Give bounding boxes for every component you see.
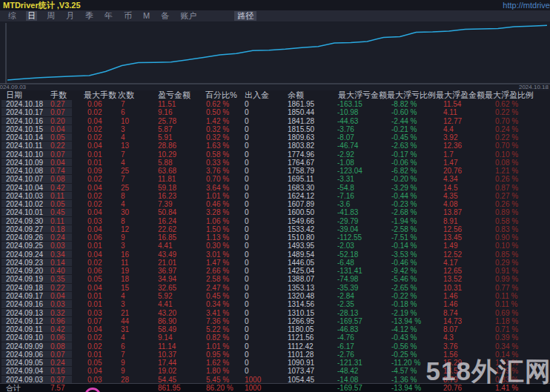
cell-profit: 5.88 bbox=[158, 159, 172, 167]
cell-in-out: 0 bbox=[245, 225, 249, 233]
cell-max-float-profit-pct: 0.11 % bbox=[495, 300, 517, 308]
table-row[interactable]: 2024.10.150.040.0235.870.32 %01815.50-3.… bbox=[0, 125, 550, 133]
table-row[interactable]: 2024.10.140.050.0245.910.32 %01809.63-8.… bbox=[0, 133, 550, 142]
cell-profit: 10.37 bbox=[158, 351, 176, 359]
cell-max-float-profit-pct: 0.11 % bbox=[495, 292, 517, 300]
cell-in-out: 0 bbox=[245, 242, 249, 250]
table-row[interactable]: 2024.09.300.110.03816.241.06 %01549.66-2… bbox=[0, 217, 550, 225]
cell-percent: 3.28 % bbox=[206, 208, 229, 216]
cell-max-float-loss-pct: -11.20 % bbox=[391, 359, 420, 367]
cell-max-float-profit: 4.35 bbox=[443, 192, 457, 200]
menu-item-1[interactable]: 日 bbox=[26, 11, 37, 21]
table-row[interactable]: 2024.10.030.110.02816.231.01 %01624.12-7… bbox=[0, 192, 550, 200]
cell-max-float-profit-pct: 0.26 % bbox=[495, 200, 518, 208]
cell-max-lots: 0.02 bbox=[87, 175, 102, 183]
cell-in-out: 0 bbox=[245, 133, 249, 142]
cell-in-out: 0 bbox=[245, 292, 249, 300]
cell-profit: 11.81 bbox=[158, 175, 176, 183]
menu-item-6[interactable]: 币 bbox=[122, 11, 133, 21]
table-row[interactable]: 2024.10.010.450.043050.843.28 %01600.50-… bbox=[0, 208, 550, 216]
table-row[interactable]: 2024.10.160.200.041025.781.42 %01841.28-… bbox=[0, 117, 550, 125]
cell-max-float-loss-pct: -0.44 % bbox=[391, 192, 417, 200]
cell-percent: 5.22 % bbox=[206, 325, 229, 333]
cell-max-float-profit: 1.7 bbox=[443, 150, 454, 159]
table-row[interactable]: 2024.10.080.740.092563.683.76 %01758.79-… bbox=[0, 167, 550, 175]
menu-item-8[interactable]: 备 bbox=[159, 11, 170, 21]
cell-count: 7 bbox=[121, 150, 125, 159]
cell-max-float-loss-pct: -2.19 % bbox=[391, 309, 417, 317]
table-row[interactable]: 2024.09.180.220.041532.652.47 %01353.13-… bbox=[0, 284, 550, 292]
cell-max-float-loss-pct: -3.29 % bbox=[391, 184, 417, 192]
cell-percent: 3.64 % bbox=[206, 184, 229, 192]
table-row[interactable]: 2024.10.180.270.06711.510.62 %01861.95-1… bbox=[0, 100, 550, 108]
table-row[interactable]: 2024.09.130.320.032143.203.41 %01310.15-… bbox=[0, 309, 550, 317]
cell-max-float-loss: -10.98 bbox=[337, 108, 358, 116]
cell-balance: 1695.11 bbox=[288, 175, 314, 183]
cell-max-float-loss-pct: -0.20 % bbox=[391, 175, 417, 183]
cell-profit: 9.14 bbox=[158, 333, 172, 342]
cell-max-lots: 0.06 bbox=[87, 100, 102, 108]
table-row[interactable]: 2024.09.200.400.061936.972.66 %01425.04-… bbox=[0, 267, 550, 275]
cell-lots: 0.16 bbox=[50, 367, 64, 375]
cell-max-float-profit: 20.76 bbox=[443, 167, 462, 175]
cell-count: 16 bbox=[121, 250, 129, 259]
cell-max-float-profit-pct: 0.08 % bbox=[495, 159, 518, 167]
table-row[interactable]: 2024.09.240.340.041643.493.01 %01489.54-… bbox=[0, 250, 550, 259]
cell-count: 4 bbox=[121, 292, 125, 300]
cell-max-lots: 0.05 bbox=[87, 359, 102, 367]
table-row[interactable]: 2024.09.250.030.0134.410.30 %01493.95-2.… bbox=[0, 242, 550, 250]
table-row[interactable]: 2024.09.160.030.0134.410.34 %01314.56-2.… bbox=[0, 300, 550, 308]
menu-item-5[interactable]: 年 bbox=[103, 11, 114, 21]
cell-lots: 0.07 bbox=[50, 351, 64, 359]
column-header-profit: 盈亏金额 bbox=[158, 90, 190, 100]
cell-percent: 1.01 % bbox=[206, 192, 229, 200]
menu-item-2[interactable]: 周 bbox=[45, 11, 56, 21]
cell-max-float-profit: 8.74 bbox=[443, 309, 457, 317]
table-row[interactable]: 2024.10.110.220.041328.861.63 %01803.82-… bbox=[0, 142, 550, 150]
table-row[interactable]: 2024.10.020.050.0247.390.46 %01607.89-3.… bbox=[0, 200, 550, 208]
table-row[interactable]: 2024.09.120.960.074486.907.36 %01266.95-… bbox=[0, 317, 550, 325]
menu-item-7[interactable]: M bbox=[142, 11, 151, 21]
menu-item-3[interactable]: 月 bbox=[64, 11, 76, 21]
table-row[interactable]: 2024.09.170.040.0145.920.45 %01320.48-2.… bbox=[0, 292, 550, 300]
table-row[interactable]: 2024.09.090.080.02611.141.01 %01112.42-6… bbox=[0, 342, 550, 351]
cell-count: 25 bbox=[121, 184, 129, 192]
cell-balance: 1600.50 bbox=[288, 208, 314, 216]
cell-lots: 0.08 bbox=[50, 175, 64, 183]
cell-in-out: 0 bbox=[245, 125, 249, 133]
cell-max-float-loss: -35.39 bbox=[337, 284, 358, 292]
cell-count: 13 bbox=[121, 142, 129, 150]
table-row[interactable]: 2024.09.260.240.06916.851.13 %01510.80-1… bbox=[0, 233, 550, 242]
menu-item-0[interactable]: 综 bbox=[7, 11, 18, 21]
menu-item-4[interactable]: 季 bbox=[84, 11, 95, 21]
cell-max-lots: 0.09 bbox=[87, 167, 102, 175]
column-header-date: 日期 bbox=[6, 90, 22, 100]
cell-max-float-loss-pct: -5.46 % bbox=[391, 275, 417, 283]
total-in-out: 1000 bbox=[245, 384, 261, 392]
cell-max-float-loss: -28.13 bbox=[337, 309, 358, 317]
cell-in-out: 0 bbox=[245, 325, 249, 333]
cell-max-lots: 0.04 bbox=[87, 225, 102, 233]
website-link[interactable]: http://mtdriver. bbox=[503, 0, 550, 10]
cell-max-float-loss: -4.76 bbox=[337, 333, 354, 342]
table-row[interactable]: 2024.10.040.420.042559.183.64 %01683.30-… bbox=[0, 184, 550, 192]
table-row[interactable]: 2024.10.090.040.0145.880.33 %01764.67-1.… bbox=[0, 159, 550, 167]
menu-item-9[interactable]: 账户 bbox=[179, 11, 198, 21]
table-row[interactable]: 2024.09.100.060.0249.140.82 %01121.56-4.… bbox=[0, 333, 550, 342]
cell-profit: 19.02 bbox=[158, 367, 176, 375]
table-row[interactable]: 2024.10.100.070.01710.290.58 %01774.96-2… bbox=[0, 150, 550, 159]
cell-balance: 1353.13 bbox=[288, 284, 314, 292]
cell-percent: 1.13 % bbox=[206, 233, 229, 242]
table-row[interactable]: 2024.09.270.180.041222.621.50 %01533.42-… bbox=[0, 225, 550, 233]
cell-lots: 0.42 bbox=[50, 184, 64, 192]
table-row[interactable]: 2024.10.170.070.0269.160.50 %01850.44-10… bbox=[0, 108, 550, 116]
cell-count: 3 bbox=[121, 300, 125, 308]
table-row[interactable]: 2024.09.110.420.043158.495.22 %01180.05-… bbox=[0, 325, 550, 333]
table-row[interactable]: 2024.10.070.080.02711.810.70 %01695.11-3… bbox=[0, 175, 550, 183]
total-max-float-loss: -169.57 bbox=[337, 384, 362, 392]
path-button[interactable]: 路径 bbox=[234, 11, 256, 21]
table-row[interactable]: 2024.09.190.350.051834.942.58 %01388.07-… bbox=[0, 275, 550, 283]
cell-profit: 5.91 bbox=[158, 133, 172, 142]
table-row[interactable]: 2024.09.230.140.021121.011.47 %01446.05-… bbox=[0, 259, 550, 267]
cell-max-lots: 0.04 bbox=[87, 250, 102, 259]
